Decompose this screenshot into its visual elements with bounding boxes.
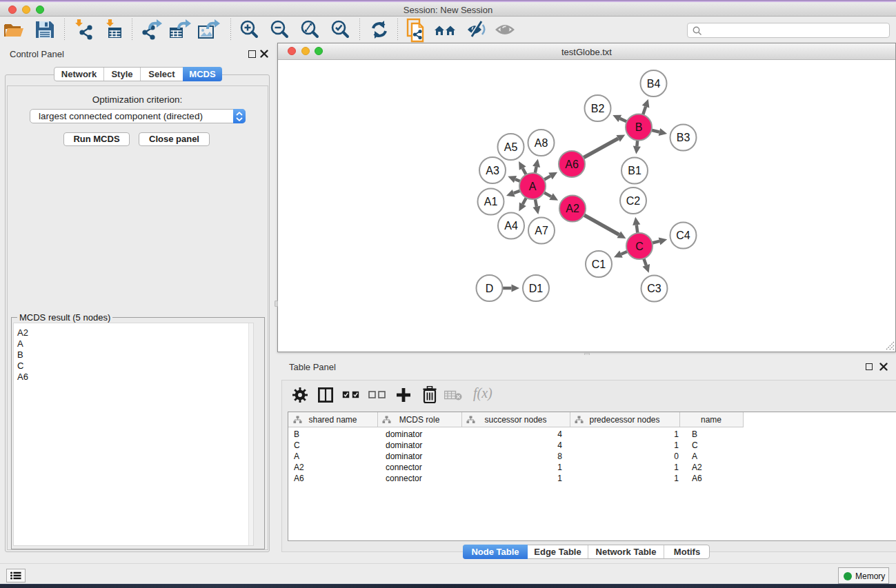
svg-text:A: A bbox=[529, 181, 537, 192]
svg-text:C1: C1 bbox=[592, 258, 606, 270]
svg-text:C4: C4 bbox=[676, 230, 690, 241]
svg-text:A3: A3 bbox=[486, 165, 499, 176]
svg-text:A7: A7 bbox=[535, 225, 548, 236]
svg-text:A8: A8 bbox=[535, 137, 548, 149]
svg-text:A2: A2 bbox=[566, 203, 579, 214]
svg-text:C2: C2 bbox=[626, 195, 641, 207]
svg-text:A5: A5 bbox=[504, 141, 518, 153]
svg-text:B1: B1 bbox=[628, 165, 641, 176]
svg-text:D: D bbox=[486, 283, 494, 294]
svg-text:B: B bbox=[635, 121, 643, 133]
svg-text:A4: A4 bbox=[504, 220, 518, 232]
svg-text:B2: B2 bbox=[591, 103, 605, 114]
svg-text:B3: B3 bbox=[677, 132, 690, 143]
svg-text:A1: A1 bbox=[484, 196, 498, 207]
svg-text:C: C bbox=[635, 241, 644, 252]
svg-text:C3: C3 bbox=[647, 283, 661, 294]
svg-text:A6: A6 bbox=[565, 159, 579, 170]
svg-text:D1: D1 bbox=[529, 283, 544, 294]
svg-text:B4: B4 bbox=[647, 78, 661, 90]
